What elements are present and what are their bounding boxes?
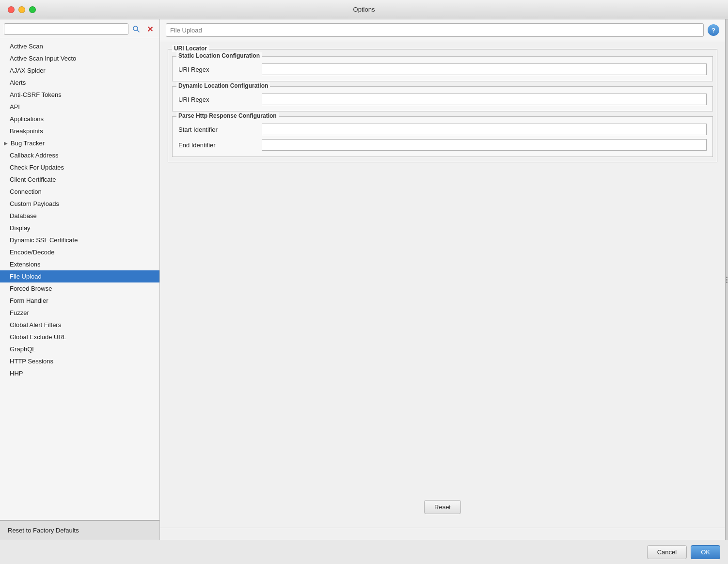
sidebar-item-label: Extensions xyxy=(10,261,41,268)
ok-button[interactable]: OK xyxy=(691,545,720,559)
scroll-dot xyxy=(726,279,728,281)
search-icon[interactable] xyxy=(130,23,142,35)
sidebar-item-ajax-spider[interactable]: AJAX Spider xyxy=(0,64,159,77)
sidebar-item-database[interactable]: Database xyxy=(0,210,159,222)
reset-button-area: Reset xyxy=(168,494,717,520)
sidebar-item-connection[interactable]: Connection xyxy=(0,186,159,198)
scroll-dot xyxy=(726,282,728,283)
sidebar-item-label: Display xyxy=(10,224,31,232)
sidebar-item-label: Bug Tracker xyxy=(11,140,45,147)
sidebar-item-bug-tracker[interactable]: ▶ Bug Tracker xyxy=(0,137,159,149)
window-controls xyxy=(8,6,36,13)
titlebar: Options xyxy=(0,0,728,19)
main-layout: ✕ Active Scan Active Scan Input Vecto AJ… xyxy=(0,19,728,540)
bottom-bar: Cancel OK xyxy=(0,540,728,564)
sidebar-item-global-exclude-url[interactable]: Global Exclude URL xyxy=(0,331,159,343)
sidebar-item-label: Form Handler xyxy=(10,297,48,304)
content-footer xyxy=(160,528,725,540)
static-uri-regex-input[interactable] xyxy=(262,63,707,75)
dynamic-uri-regex-row: URI Regex xyxy=(178,94,707,105)
expand-arrow-icon: ▶ xyxy=(4,141,8,146)
content-spacer xyxy=(168,174,717,488)
sidebar-item-label: Callback Address xyxy=(10,152,58,159)
sidebar-item-graphql[interactable]: GraphQL xyxy=(0,343,159,355)
sidebar-item-alerts[interactable]: Alerts xyxy=(0,77,159,89)
sidebar-item-label: Global Exclude URL xyxy=(10,333,66,341)
clear-search-icon[interactable]: ✕ xyxy=(144,23,156,35)
end-identifier-label: End Identifier xyxy=(178,141,256,149)
scroll-dot xyxy=(726,277,728,278)
sidebar: ✕ Active Scan Active Scan Input Vecto AJ… xyxy=(0,19,160,540)
sidebar-item-label: GraphQL xyxy=(10,345,35,353)
uri-locator-group: URI Locator Static Location Configuratio… xyxy=(168,49,717,162)
sidebar-item-label: Dynamic SSL Certificate xyxy=(10,236,78,244)
sidebar-item-encode-decode[interactable]: Encode/Decode xyxy=(0,246,159,258)
content-header: ? xyxy=(160,19,725,41)
static-uri-regex-row: URI Regex xyxy=(178,63,707,75)
sidebar-item-label: Active Scan xyxy=(10,43,43,50)
uri-locator-label: URI Locator xyxy=(172,45,209,52)
sidebar-item-label: Check For Updates xyxy=(10,164,64,171)
sidebar-item-breakpoints[interactable]: Breakpoints xyxy=(0,125,159,137)
dynamic-uri-regex-input[interactable] xyxy=(262,94,707,105)
sidebar-item-hhp[interactable]: HHP xyxy=(0,367,159,379)
reset-factory-button[interactable]: Reset to Factory Defaults xyxy=(0,520,159,540)
sidebar-item-file-upload[interactable]: File Upload xyxy=(0,270,159,282)
sidebar-item-label: Connection xyxy=(10,188,42,195)
sidebar-item-label: Database xyxy=(10,212,37,219)
sidebar-item-label: Breakpoints xyxy=(10,127,43,135)
sidebar-item-label: Fuzzer xyxy=(10,309,29,316)
sidebar-item-http-sessions[interactable]: HTTP Sessions xyxy=(0,355,159,367)
sidebar-item-global-alert-filters[interactable]: Global Alert Filters xyxy=(0,319,159,331)
svg-line-1 xyxy=(137,30,139,32)
sidebar-item-label: Alerts xyxy=(10,79,26,86)
sidebar-bottom: Reset to Factory Defaults xyxy=(0,520,159,540)
reset-button[interactable]: Reset xyxy=(424,500,461,514)
sidebar-item-custom-payloads[interactable]: Custom Payloads xyxy=(0,198,159,210)
sidebar-item-callback-address[interactable]: Callback Address xyxy=(0,149,159,161)
content-area: ? URI Locator Static Location Configurat… xyxy=(160,19,725,540)
sidebar-item-extensions[interactable]: Extensions xyxy=(0,258,159,270)
sidebar-item-label: Encode/Decode xyxy=(10,249,55,256)
sidebar-item-label: Client Certificate xyxy=(10,176,56,183)
minimize-button[interactable] xyxy=(18,6,25,13)
sidebar-item-label: Global Alert Filters xyxy=(10,321,61,329)
start-identifier-input[interactable] xyxy=(262,124,707,135)
sidebar-item-api[interactable]: API xyxy=(0,101,159,113)
content-title-field[interactable] xyxy=(166,23,704,37)
sidebar-item-label: Anti-CSRF Tokens xyxy=(10,91,62,98)
parse-http-label: Parse Http Response Configuration xyxy=(176,112,279,119)
close-button[interactable] xyxy=(8,6,15,13)
static-uri-regex-label: URI Regex xyxy=(178,66,256,73)
sidebar-item-label: AJAX Spider xyxy=(10,67,46,74)
help-icon[interactable]: ? xyxy=(708,24,719,36)
dynamic-uri-regex-label: URI Regex xyxy=(178,96,256,103)
sidebar-item-form-handler[interactable]: Form Handler xyxy=(0,295,159,307)
scroll-dots xyxy=(726,277,728,283)
sidebar-item-label: Custom Payloads xyxy=(10,200,59,207)
sidebar-item-display[interactable]: Display xyxy=(0,222,159,234)
sidebar-item-fuzzer[interactable]: Fuzzer xyxy=(0,307,159,319)
end-identifier-input[interactable] xyxy=(262,139,707,151)
sidebar-item-forced-browse[interactable]: Forced Browse xyxy=(0,282,159,295)
sidebar-item-active-scan[interactable]: Active Scan xyxy=(0,40,159,52)
end-identifier-row: End Identifier xyxy=(178,139,707,151)
sidebar-item-check-for-updates[interactable]: Check For Updates xyxy=(0,161,159,173)
sidebar-item-label: Active Scan Input Vecto xyxy=(10,55,76,62)
window-title: Options xyxy=(353,6,375,13)
bottom-right: Cancel OK xyxy=(647,545,720,559)
cancel-button[interactable]: Cancel xyxy=(647,545,687,559)
sidebar-item-applications[interactable]: Applications xyxy=(0,113,159,125)
sidebar-item-client-certificate[interactable]: Client Certificate xyxy=(0,173,159,186)
search-input[interactable] xyxy=(4,23,128,35)
sidebar-item-label: API xyxy=(10,103,20,110)
sidebar-item-label: HHP xyxy=(10,370,23,377)
content-body: URI Locator Static Location Configuratio… xyxy=(160,41,725,528)
sidebar-item-dynamic-ssl[interactable]: Dynamic SSL Certificate xyxy=(0,234,159,246)
sidebar-item-anti-csrf[interactable]: Anti-CSRF Tokens xyxy=(0,89,159,101)
sidebar-item-active-scan-input[interactable]: Active Scan Input Vecto xyxy=(0,52,159,64)
sidebar-item-label: File Upload xyxy=(10,273,42,280)
sidebar-item-label: HTTP Sessions xyxy=(10,358,53,365)
maximize-button[interactable] xyxy=(29,6,36,13)
start-identifier-label: Start Identifier xyxy=(178,126,256,133)
